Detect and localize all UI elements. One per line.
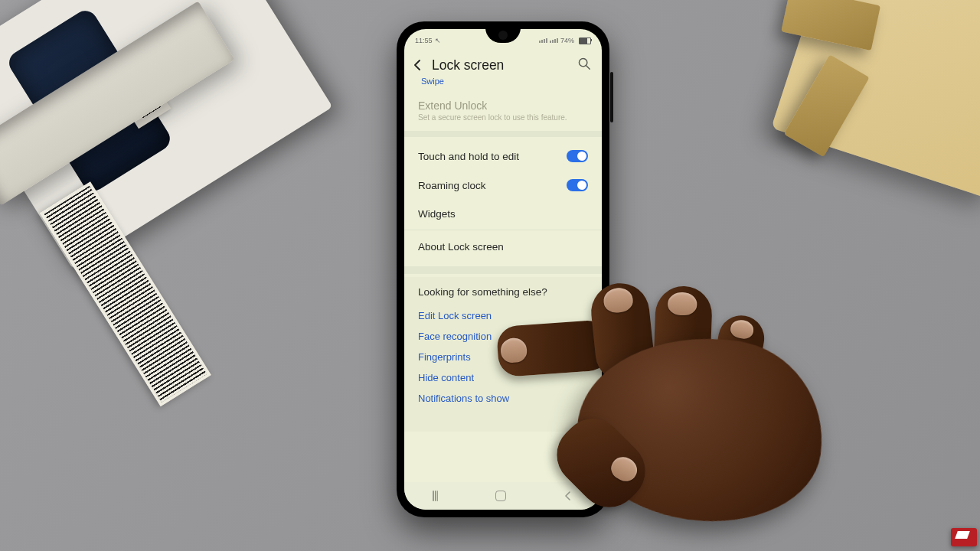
link-hide-content[interactable]: Hide content [418, 367, 588, 388]
chevron-left-icon [563, 491, 573, 501]
extend-unlock-sub: Set a secure screen lock to use this fea… [418, 113, 588, 122]
extend-unlock-label: Extend Unlock [418, 99, 588, 112]
touch-hold-label: Touch and hold to edit [418, 151, 519, 162]
android-navbar [404, 482, 602, 510]
call-icon: ↖ [435, 37, 440, 44]
scene: Galaxy A06 11:55 ↖ 74% [0, 0, 980, 551]
widgets-label: Widgets [418, 208, 456, 220]
widgets-row[interactable]: Widgets [418, 200, 588, 228]
phone-device: 11:55 ↖ 74% Lock screen [397, 21, 609, 517]
related-links-header: Looking for something else? [418, 286, 588, 298]
signal-icon [539, 38, 547, 43]
lock-mode-link[interactable]: Swipe [404, 77, 602, 93]
home-button[interactable] [495, 491, 506, 501]
about-section: About Lock screen [404, 230, 602, 263]
extend-unlock-row: Extend Unlock Set a secure screen lock t… [404, 93, 602, 128]
link-notifications-to-show[interactable]: Notifications to show [418, 388, 588, 409]
status-time: 11:55 [415, 37, 433, 44]
nail-icon [729, 318, 755, 341]
nail-icon [607, 453, 641, 485]
related-links-section: Looking for something else? Edit Lock sc… [404, 277, 602, 432]
touch-hold-toggle[interactable] [567, 150, 588, 162]
settings-header: Lock screen [404, 49, 602, 77]
phone-screen: 11:55 ↖ 74% Lock screen [404, 29, 602, 510]
svg-line-1 [586, 66, 590, 70]
roaming-clock-row[interactable]: Roaming clock [418, 171, 588, 200]
about-lock-screen-label: About Lock screen [418, 241, 504, 253]
section-divider [404, 131, 602, 137]
link-edit-lock-screen[interactable]: Edit Lock screen [418, 305, 588, 326]
barcode-icon [40, 181, 211, 406]
settings-list: Touch and hold to edit Roaming clock Wid… [404, 140, 602, 230]
signal-icon [550, 38, 558, 43]
hand-ring-finger [653, 285, 713, 380]
hand-pinky-finger [710, 312, 768, 393]
touch-hold-row[interactable]: Touch and hold to edit [418, 142, 588, 171]
link-fingerprints[interactable]: Fingerprints [418, 347, 588, 367]
page-title: Lock screen [432, 57, 570, 73]
nav-back-button[interactable] [563, 491, 573, 501]
about-lock-screen-row[interactable]: About Lock screen [418, 235, 588, 259]
roaming-clock-label: Roaming clock [418, 180, 486, 191]
battery-pct: 74% [560, 37, 574, 44]
roaming-clock-toggle[interactable] [567, 179, 588, 191]
nail-icon [668, 292, 697, 315]
search-button[interactable] [577, 57, 591, 73]
related-links-list: Edit Lock screen Face recognition Finger… [418, 305, 588, 409]
link-face-recognition[interactable]: Face recognition [418, 326, 588, 347]
chevron-left-icon [413, 60, 423, 70]
search-icon [577, 57, 591, 70]
wood-prop [771, 0, 980, 199]
watermark-chip [951, 528, 977, 546]
recents-button[interactable] [433, 491, 438, 501]
section-divider [404, 266, 602, 274]
back-button[interactable] [412, 59, 424, 71]
battery-icon [579, 37, 591, 44]
